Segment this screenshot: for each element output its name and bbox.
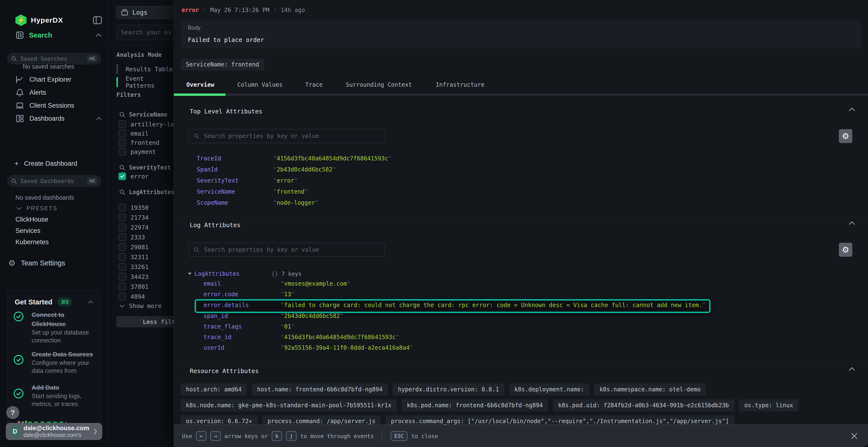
log-attributes-search-input[interactable] xyxy=(188,243,385,257)
attribute-key[interactable]: trace_id xyxy=(204,334,231,341)
resource-tag[interactable]: k8s.node.name: gke-pme-k8s-standard-main… xyxy=(181,399,397,411)
filter-option[interactable]: payment xyxy=(118,147,156,156)
resource-tag[interactable]: host.name: frontend-6b6c8d7bfd-ng894 xyxy=(252,383,388,396)
show-more-button[interactable]: Show more xyxy=(119,303,161,309)
checkbox[interactable] xyxy=(118,293,126,300)
collapse-section-icon[interactable] xyxy=(848,107,856,112)
tree-root-key[interactable]: LogAttributes xyxy=(194,271,240,277)
filter-option[interactable]: 29081 xyxy=(118,243,149,251)
attribute-value[interactable]: 2b43d0c4dd6bc582 xyxy=(273,166,336,173)
attribute-key[interactable]: error.details xyxy=(204,302,249,309)
filter-option[interactable]: 33261 xyxy=(118,263,149,271)
tree-root-row[interactable]: LogAttributes {} 7 keys xyxy=(174,270,849,278)
create-dashboard-button[interactable]: + Create Dashboard xyxy=(14,160,77,168)
help-button[interactable]: ? xyxy=(6,406,19,419)
get-started-item-add-data[interactable]: Add Data Start sending logs,metrics, or … xyxy=(32,383,82,408)
resource-tag[interactable]: k8s.namespace.name: otel-demo xyxy=(594,383,706,396)
tab-infrastructure[interactable]: Infrastructure xyxy=(436,81,485,88)
checkbox[interactable] xyxy=(118,148,126,156)
attribute-key[interactable]: TraceId xyxy=(197,155,221,162)
checkbox[interactable] xyxy=(118,243,126,251)
chevron-up-icon[interactable] xyxy=(88,300,94,304)
presets-toggle[interactable]: PRESETS xyxy=(16,205,57,212)
filter-option[interactable]: 34423 xyxy=(118,272,149,281)
less-filters-button[interactable]: Less filters xyxy=(116,316,174,327)
collapse-sidebar-icon[interactable] xyxy=(93,16,102,25)
attribute-value[interactable]: 92a55156-39a4-11f0-8ddd-a2eca416a8a4 xyxy=(281,344,413,351)
checkbox-checked[interactable] xyxy=(118,172,126,180)
filter-option[interactable]: 32311 xyxy=(118,253,149,261)
attribute-key[interactable]: error.code xyxy=(204,291,239,298)
checkbox[interactable] xyxy=(118,253,126,261)
app-logo[interactable]: ⚡ HyperDX xyxy=(16,14,63,26)
gear-icon-button[interactable]: ⚙ xyxy=(839,243,852,257)
gear-icon-button[interactable]: ⚙ xyxy=(839,129,852,143)
attribute-value[interactable]: 2b43d0c4dd6bc582 xyxy=(281,313,343,319)
attribute-value[interactable]: error xyxy=(273,177,298,184)
checkbox[interactable] xyxy=(118,273,126,281)
sidebar-item-team-settings[interactable]: ⚙ Team Settings xyxy=(8,258,65,268)
chevron-up-icon[interactable] xyxy=(95,33,102,38)
filter-option[interactable]: email xyxy=(118,129,149,138)
filter-option[interactable]: 2333 xyxy=(118,233,145,242)
mode-event-patterns[interactable]: Event Patterns xyxy=(117,75,174,89)
attribute-value[interactable]: node-logger xyxy=(273,199,318,206)
tab-surrounding-context[interactable]: Surrounding Context xyxy=(346,81,412,88)
checkbox[interactable] xyxy=(118,263,126,271)
checkbox[interactable] xyxy=(118,139,126,146)
get-started-item-connect[interactable]: Connect toClickHouse Set up your databas… xyxy=(32,310,89,344)
user-account-chip[interactable]: D dale@clickhouse.com dale@clickhouse.co… xyxy=(6,423,102,440)
sidebar-item-alerts[interactable]: Alerts xyxy=(16,88,46,97)
service-name-tag[interactable]: ServiceName: frontend xyxy=(181,59,264,70)
attribute-value[interactable]: 4156d3fbc40a64854d9dc7f68641593c xyxy=(281,334,399,341)
sidebar-item-client-sessions[interactable]: Client Sessions xyxy=(16,101,74,110)
collapse-section-icon[interactable] xyxy=(848,220,856,226)
attribute-key[interactable]: trace_flags xyxy=(204,323,242,330)
saved-searches-input[interactable]: Saved Searches ⌘K xyxy=(7,53,101,64)
preset-clickhouse[interactable]: ClickHouse xyxy=(16,216,49,223)
attribute-key[interactable]: userId xyxy=(204,344,224,351)
attribute-key[interactable]: SeverityText xyxy=(197,177,239,184)
tab-overview[interactable]: Overview xyxy=(186,81,214,88)
attribute-value[interactable]: 13 xyxy=(281,291,294,298)
attribute-key[interactable]: email xyxy=(204,280,221,287)
filter-option[interactable]: 22974 xyxy=(118,223,149,232)
checkbox[interactable] xyxy=(118,283,126,290)
attribute-value[interactable]: failed to charge card: could not charge … xyxy=(281,302,706,309)
resource-tag[interactable]: k8s.pod.name: frontend-6b6c8d7bfd-ng894 xyxy=(402,399,548,411)
checkbox[interactable] xyxy=(118,233,126,241)
attribute-value[interactable]: 01 xyxy=(281,323,294,330)
resource-tag[interactable]: os.type: linux xyxy=(739,399,798,411)
mode-results-table[interactable]: Results Table xyxy=(117,64,173,74)
filter-option[interactable]: 37801 xyxy=(118,282,149,291)
attribute-value[interactable]: frontend xyxy=(273,188,308,195)
saved-dashboards-input[interactable]: Saved Dashboards ⌘K xyxy=(7,175,101,187)
filter-option[interactable]: 4894 xyxy=(118,292,145,301)
sidebar-item-chart-explorer[interactable]: Chart Explorer xyxy=(16,75,71,84)
caret-down-icon[interactable] xyxy=(188,273,192,275)
filter-group-logattributes[interactable]: LogAttributes xyxy=(119,189,174,196)
get-started-item-sources[interactable]: Create Data Sources Configure where your… xyxy=(32,350,93,375)
filter-option[interactable]: artillery-loa xyxy=(118,120,174,129)
checkbox[interactable] xyxy=(118,214,126,221)
preset-kubernetes[interactable]: Kubernetes xyxy=(16,238,49,246)
attribute-key[interactable]: ScopeName xyxy=(197,199,228,206)
resource-tag[interactable]: host.arch: amd64 xyxy=(181,383,247,396)
event-search-input[interactable]: Search your ev xyxy=(116,25,174,40)
filter-option[interactable]: frontend xyxy=(118,138,159,147)
filter-option[interactable]: 21734 xyxy=(118,213,149,222)
checkbox[interactable] xyxy=(118,224,126,231)
filter-group-servicename[interactable]: ServiceName xyxy=(119,111,167,118)
attribute-value[interactable]: vmoses@example.com xyxy=(281,280,350,287)
sidebar-item-dashboards[interactable]: Dashboards xyxy=(16,114,102,123)
preset-services[interactable]: Services xyxy=(16,227,40,235)
filter-option[interactable]: 19350 xyxy=(118,203,149,212)
filter-option-checked[interactable]: error xyxy=(118,172,149,181)
resource-tag[interactable]: hyperdx.distro.version: 0.8.1 xyxy=(393,383,504,396)
tab-column-values[interactable]: Column Values xyxy=(237,81,283,88)
checkbox[interactable] xyxy=(118,121,126,128)
source-select[interactable]: Logs xyxy=(116,6,174,19)
checkbox[interactable] xyxy=(118,130,126,137)
checkbox[interactable] xyxy=(118,204,126,211)
resource-tag[interactable]: k8s.deployment.name: xyxy=(509,383,589,396)
